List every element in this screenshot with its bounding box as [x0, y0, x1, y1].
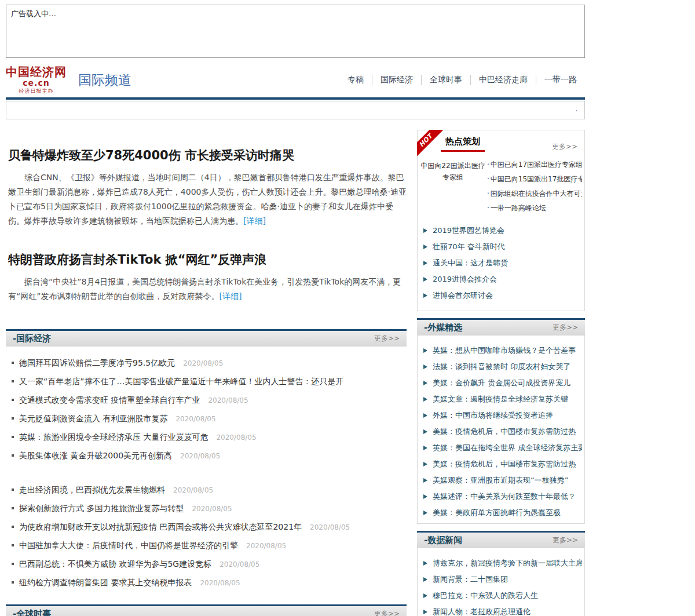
- hot-feature-caption[interactable]: 中国向22国派出医疗专家组: [419, 158, 487, 216]
- arrow-bullet-icon: [423, 561, 427, 566]
- news-title[interactable]: 德国拜耳因诉讼赔偿二季度净亏95.5亿欧元: [19, 358, 175, 367]
- side-list-item[interactable]: 法媒：谈到抖音被禁时 印度农村妇女哭了: [423, 359, 582, 375]
- intl-economy-list-1: 德国拜耳因诉讼赔偿二季度净亏95.5亿欧元2020/08/05 又一家“百年老店…: [6, 353, 407, 465]
- arrow-bullet-icon: [423, 277, 427, 282]
- news-list-item[interactable]: 美元贬值刺激资金流入 有利亚洲股市复苏2020/08/05: [6, 409, 407, 428]
- site-logo[interactable]: 中国经济网 ce.cn 经济日报主办: [6, 66, 67, 94]
- news-list-item[interactable]: 又一家“百年老店”撑不住了…美国零售业破产量逼近十年来峰值！业内人士警告：还只是…: [6, 372, 407, 391]
- top-article-2: 特朗普政府扬言封杀TikTok 掀“网红”反弹声浪 据台湾“中央社”8月4日报道…: [8, 251, 407, 304]
- news-list-item[interactable]: 探索创新旅行方式 多国力推旅游业复苏与转型2020/08/05: [6, 499, 407, 517]
- side-link[interactable]: 英媒述评：中美关系为何跌至数十年最低？: [433, 492, 576, 501]
- news-title[interactable]: 又一家“百年老店”撑不住了…美国零售业破产量逼近十年来峰值！业内人士警告：还只是…: [19, 377, 344, 386]
- side-link[interactable]: 美媒：疫情危机后，中国楼市复苏需防过热: [433, 460, 576, 468]
- nav-item[interactable]: 中巴经济走廊: [470, 75, 536, 85]
- side-list-item[interactable]: 美媒：金价飙升 贵金属公司成投资界宠儿: [423, 375, 582, 391]
- news-title[interactable]: 交通模式改变令需求变旺 疫情重塑全球自行车产业: [19, 395, 200, 404]
- side-link[interactable]: 美媒：美政府单方面挑衅行为愚蠢至极: [433, 508, 561, 517]
- side-link[interactable]: 博兹克尔，新冠疫情考验下的新一届联大主席: [433, 559, 582, 567]
- side-list-item[interactable]: 美媒文章：遏制疫情是全球经济复苏关键: [423, 391, 582, 407]
- side-link[interactable]: 美媒：疫情危机后，中国楼市复苏需防过热: [433, 427, 576, 436]
- side-link[interactable]: 新闻人物：老挝政府总理通伦: [433, 607, 531, 616]
- news-list-item[interactable]: 走出经济困境，巴西拟优先发展生物燃料2020/08/05: [6, 480, 407, 499]
- news-list-item[interactable]: 纽约检方调查特朗普集团 要求其上交纳税申报表2020/08/05: [6, 573, 407, 592]
- side-list-item[interactable]: 2019世界园艺博览会: [423, 223, 582, 239]
- side-list-item[interactable]: 美媒观察：亚洲股市近期表现“一枝独秀”: [423, 472, 582, 489]
- more-link[interactable]: 更多>>: [552, 142, 577, 152]
- side-list-item[interactable]: 通关中国：这才是韩货: [423, 255, 582, 271]
- news-list-item[interactable]: 美股集体收涨 黄金升破2000美元再创新高2020/08/05: [6, 446, 407, 465]
- side-list-item[interactable]: 新闻背景：二十国集团: [423, 571, 582, 588]
- side-link[interactable]: 英媒：想从中国咖啡市场赚钱？是个苦差事: [433, 346, 576, 355]
- hot-topics-box: HOT 热点策划 更多>> 中国向22国派出医疗专家组 中国已向17国派出医疗专…: [417, 130, 585, 311]
- side-link[interactable]: 进博会首尔研讨会: [433, 291, 493, 300]
- news-list-item[interactable]: 中国驻加拿大大使：后疫情时代，中国仍将是世界经济的引擎2020/08/05: [6, 536, 407, 555]
- news-title[interactable]: 巴西副总统：不惧美方威胁 欢迎华为参与5G建设竞标: [19, 559, 211, 568]
- side-list-item[interactable]: 英媒述评：中美关系为何跌至数十年最低？: [423, 489, 582, 505]
- more-link[interactable]: 更多>>: [553, 323, 578, 333]
- article-title[interactable]: 特朗普政府扬言封杀TikTok 掀“网红”反弹声浪: [8, 251, 407, 268]
- news-list-item[interactable]: 德国拜耳因诉讼赔偿二季度净亏95.5亿欧元2020/08/05: [6, 353, 407, 372]
- side-list-item[interactable]: 博兹克尔，新冠疫情考验下的新一届联大主席: [423, 555, 582, 571]
- news-title[interactable]: 纽约检方调查特朗普集团 要求其上交纳税申报表: [19, 578, 192, 587]
- nav-item[interactable]: 国际经济: [372, 75, 421, 85]
- more-link[interactable]: 更多>>: [374, 334, 400, 344]
- article-title[interactable]: 贝鲁特爆炸致至少78死4000伤 市长接受采访时痛哭: [8, 147, 407, 163]
- side-list-item[interactable]: 英媒：想从中国咖啡市场赚钱？是个苦差事: [423, 342, 582, 359]
- news-title[interactable]: 为使政府增加财政开支以对抗新冠疫情 巴西国会或将公共灾难状态延至2021年: [19, 522, 302, 531]
- square-bullet-icon: [12, 544, 14, 546]
- side-link[interactable]: 2019进博会推介会: [433, 275, 497, 283]
- side-list-item[interactable]: 进博会首尔研讨会: [423, 287, 582, 304]
- news-title[interactable]: 走出经济困境，巴西拟优先发展生物燃料: [19, 485, 165, 494]
- page-container: 广告载入中… 中国经济网 ce.cn 经济日报主办 国际频道 专稿 国际经济 全…: [6, 5, 585, 616]
- nav-item[interactable]: 专稿: [339, 75, 372, 85]
- hot-link[interactable]: 中国已向15国派出17批医疗专家组: [487, 172, 582, 187]
- side-link[interactable]: 英媒：美国在拖垮全世界 成全球经济复苏主要风险: [433, 443, 582, 452]
- side-list-item[interactable]: 外媒：中国市场将继续受投资者追捧: [423, 407, 582, 424]
- side-list-item[interactable]: 新闻人物：老挝政府总理通伦: [423, 604, 582, 616]
- side-link[interactable]: 外媒：中国市场将继续受投资者追捧: [433, 411, 553, 420]
- side-list-item[interactable]: 美媒：疫情危机后，中国楼市复苏需防过热: [423, 456, 582, 472]
- hot-link[interactable]: 中国已向17国派出医疗专家组: [487, 158, 582, 172]
- news-list-item[interactable]: 为使政府增加财政开支以对抗新冠疫情 巴西国会或将公共灾难状态延至2021年202…: [6, 517, 407, 536]
- nav-item[interactable]: 一带一路: [536, 75, 585, 85]
- detail-link[interactable]: [详细]: [243, 216, 266, 225]
- arrow-bullet-icon: [423, 365, 427, 369]
- news-date: 2020/08/05: [192, 505, 232, 513]
- side-list-item[interactable]: 美媒：疫情危机后，中国楼市复苏需防过热: [423, 424, 582, 440]
- section-header-data-news: -数据新闻 更多>>: [417, 531, 585, 548]
- news-title[interactable]: 美股集体收涨 黄金升破2000美元再创新高: [19, 451, 172, 460]
- side-link[interactable]: 2019世界园艺博览会: [433, 226, 504, 235]
- side-list-item[interactable]: 2019进博会推介会: [423, 271, 582, 287]
- side-link[interactable]: 新闻背景：二十国集团: [433, 575, 508, 584]
- site-header: 中国经济网 ce.cn 经济日报主办 国际频道 专稿 国际经济 全球时事 中巴经…: [6, 66, 585, 94]
- more-link[interactable]: 更多>>: [374, 609, 400, 616]
- side-link[interactable]: 法媒：谈到抖音被禁时 印度农村妇女哭了: [433, 362, 570, 371]
- nav-item[interactable]: 全球时事: [421, 75, 470, 85]
- side-list-item[interactable]: 壮丽70年 奋斗新时代: [423, 239, 582, 255]
- more-link[interactable]: 更多>>: [553, 535, 578, 545]
- side-list-item[interactable]: 穆巴拉克：中东强人的跌宕人生: [423, 588, 582, 604]
- square-bullet-icon: [12, 436, 14, 438]
- news-title[interactable]: 英媒：旅游业困境令全球经济承压 大量行业岌岌可危: [19, 432, 208, 442]
- side-link[interactable]: 通关中国：这才是韩货: [433, 258, 508, 267]
- news-title[interactable]: 探索创新旅行方式 多国力推旅游业复苏与转型: [19, 504, 184, 513]
- news-list-item[interactable]: 巴西副总统：不惧美方威胁 欢迎华为参与5G建设竞标2020/08/05: [6, 555, 407, 573]
- square-bullet-icon: [12, 454, 14, 457]
- side-link[interactable]: 穆巴拉克：中东强人的跌宕人生: [433, 591, 538, 600]
- news-date: 2020/08/05: [216, 433, 256, 442]
- side-link[interactable]: 壮丽70年 奋斗新时代: [433, 242, 505, 251]
- side-link[interactable]: 美媒：金价飙升 贵金属公司成投资界宠儿: [433, 378, 570, 387]
- hot-link[interactable]: 国际组织在抗疫合作中大有可为: [487, 187, 582, 201]
- news-title[interactable]: 中国驻加拿大大使：后疫情时代，中国仍将是世界经济的引擎: [19, 541, 238, 550]
- detail-link[interactable]: [详细]: [220, 291, 242, 301]
- news-title[interactable]: 美元贬值刺激资金流入 有利亚洲股市复苏: [19, 414, 167, 423]
- side-list-item[interactable]: 美媒：美政府单方面挑衅行为愚蠢至极: [423, 505, 582, 521]
- news-date: 2020/08/05: [200, 579, 240, 587]
- news-list-item[interactable]: 交通模式改变令需求变旺 疫情重塑全球自行车产业2020/08/05: [6, 391, 407, 409]
- news-list-item[interactable]: 英媒：旅游业困境令全球经济承压 大量行业岌岌可危2020/08/05: [6, 428, 407, 446]
- side-list-item[interactable]: 英媒：美国在拖垮全世界 成全球经济复苏主要风险: [423, 440, 582, 456]
- square-bullet-icon: [12, 563, 14, 565]
- side-link[interactable]: 美媒文章：遏制疫情是全球经济复苏关键: [433, 395, 568, 403]
- hot-link[interactable]: 一带一路高峰论坛: [487, 201, 582, 216]
- side-link[interactable]: 美媒观察：亚洲股市近期表现“一枝独秀”: [433, 476, 568, 484]
